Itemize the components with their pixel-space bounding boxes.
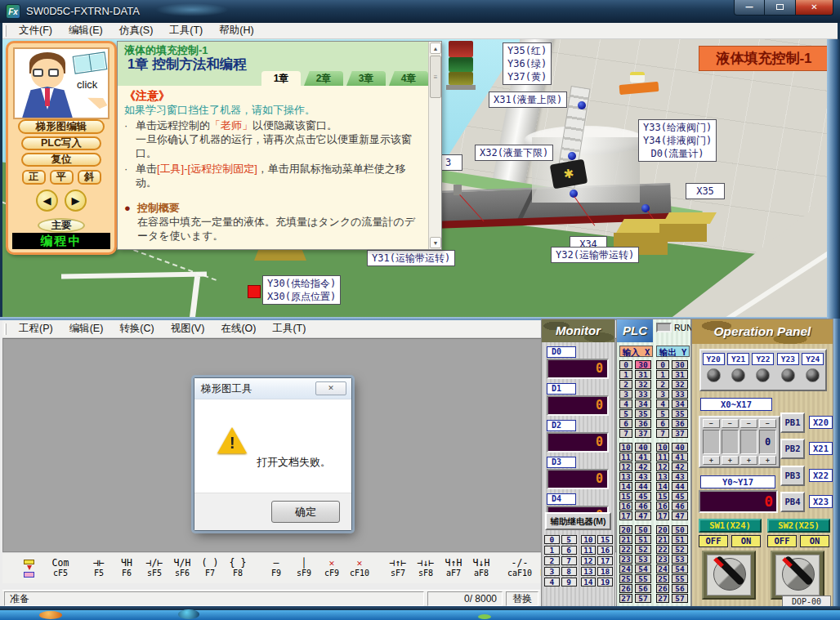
- device-cell[interactable]: 33: [635, 390, 651, 399]
- scroll-down-icon[interactable]: ▼: [430, 237, 441, 248]
- menu-item[interactable]: 编辑(E): [60, 22, 111, 39]
- device-cell[interactable]: 11: [619, 453, 632, 462]
- device-cell[interactable]: 21: [656, 535, 669, 544]
- digit-plus-button[interactable]: +: [722, 456, 739, 465]
- chapter-tab[interactable]: 3章: [346, 71, 386, 86]
- m-relay-cell[interactable]: 5: [561, 535, 577, 544]
- device-cell[interactable]: 41: [635, 453, 651, 462]
- ladder-symbol-button[interactable]: -/-caF10: [506, 555, 534, 582]
- device-cell[interactable]: 15: [656, 492, 669, 501]
- digit-plus-button[interactable]: +: [740, 456, 757, 465]
- device-cell[interactable]: 16: [656, 502, 669, 511]
- device-cell[interactable]: 51: [635, 535, 651, 544]
- ladder-symbol-button[interactable]: ✕cF10: [346, 555, 373, 582]
- maximize-button[interactable]: [765, 0, 795, 16]
- m-relay-cell[interactable]: 17: [597, 556, 613, 565]
- m-relay-cell[interactable]: 16: [597, 546, 613, 555]
- device-cell[interactable]: 10: [619, 443, 632, 452]
- push-button[interactable]: PB4: [780, 492, 805, 512]
- push-button[interactable]: PB3: [780, 466, 805, 486]
- device-cell[interactable]: 3: [656, 390, 669, 399]
- menu-item[interactable]: 帮助(H): [211, 22, 261, 39]
- device-cell[interactable]: 46: [672, 502, 688, 511]
- sw2-rotary-switch[interactable]: [771, 551, 824, 600]
- m-relay-cell[interactable]: 19: [597, 578, 613, 587]
- m-relay-cell[interactable]: 0: [544, 535, 560, 544]
- device-cell[interactable]: 22: [656, 545, 669, 554]
- taskbar-icon[interactable]: [478, 614, 491, 619]
- m-relay-cell[interactable]: 6: [561, 546, 577, 555]
- ladder-symbol-button[interactable]: ✕cF9: [318, 555, 346, 582]
- menu-item[interactable]: 视图(V): [163, 320, 213, 337]
- device-cell[interactable]: 45: [635, 492, 651, 501]
- device-cell[interactable]: 30: [672, 360, 688, 369]
- remote-button[interactable]: 复位: [21, 153, 101, 167]
- device-cell[interactable]: 2: [656, 380, 669, 389]
- device-cell[interactable]: 11: [656, 453, 669, 462]
- device-cell[interactable]: 6: [619, 419, 632, 428]
- remote-button[interactable]: PLC写入: [21, 136, 101, 150]
- device-cell[interactable]: 16: [619, 502, 632, 511]
- device-cell[interactable]: 34: [672, 399, 688, 408]
- device-cell[interactable]: 40: [635, 443, 651, 452]
- digit-plus-button[interactable]: +: [759, 456, 776, 465]
- menu-item[interactable]: 工具(T): [161, 22, 211, 39]
- teacher-picture[interactable]: click: [13, 47, 109, 119]
- menu-item[interactable]: 工具(T): [264, 320, 314, 337]
- device-cell[interactable]: 1: [619, 370, 632, 379]
- m-relay-cell[interactable]: 14: [581, 578, 596, 587]
- ladder-symbol-button[interactable]: │sF9: [290, 555, 318, 582]
- toolbar-grip[interactable]: [4, 323, 7, 335]
- scroll-thumb[interactable]: ≡: [430, 56, 441, 98]
- close-button[interactable]: ✕: [795, 0, 833, 16]
- digit-plus-button[interactable]: +: [703, 456, 720, 465]
- device-cell[interactable]: 55: [635, 574, 651, 583]
- menu-item[interactable]: 编辑(E): [61, 320, 112, 337]
- device-cell[interactable]: 56: [635, 584, 651, 593]
- device-cell[interactable]: 6: [656, 419, 669, 428]
- ladder-symbol-button[interactable]: { }F8: [224, 555, 252, 582]
- device-cell[interactable]: 53: [635, 555, 651, 564]
- ladder-symbol-button[interactable]: Ч/НsF6: [168, 555, 196, 582]
- device-cell[interactable]: 27: [656, 594, 669, 603]
- device-cell[interactable]: 53: [672, 555, 688, 564]
- device-cell[interactable]: 10: [656, 443, 669, 452]
- ladder-symbol-button[interactable]: ЧНF6: [113, 555, 141, 582]
- remote-tri-button[interactable]: 正: [22, 170, 46, 185]
- chapter-tab[interactable]: 2章: [304, 71, 343, 86]
- device-cell[interactable]: 25: [619, 574, 632, 583]
- ladder-palette-icon[interactable]: [24, 559, 35, 578]
- m-relay-cell[interactable]: 3: [544, 567, 560, 576]
- ladder-symbol-button[interactable]: ( )F7: [196, 555, 224, 582]
- m-relay-cell[interactable]: 1: [544, 546, 560, 555]
- ladder-symbol-button[interactable]: Ч↓НaF8: [467, 555, 495, 582]
- chapter-tab[interactable]: 4章: [389, 71, 428, 86]
- device-cell[interactable]: 36: [672, 419, 688, 428]
- remote-button[interactable]: 梯形图编辑: [18, 119, 105, 134]
- minimize-button[interactable]: —: [734, 0, 765, 16]
- device-cell[interactable]: 45: [672, 492, 688, 501]
- menu-item[interactable]: 工程(P): [11, 320, 61, 337]
- m-relay-cell[interactable]: 12: [581, 556, 596, 565]
- sw1-rotary-switch[interactable]: [702, 551, 756, 600]
- device-cell[interactable]: 40: [672, 443, 688, 452]
- m-relay-cell[interactable]: 10: [581, 535, 596, 544]
- device-cell[interactable]: 33: [672, 390, 688, 399]
- ladder-symbol-button[interactable]: —F9: [262, 555, 290, 582]
- ladder-symbol-button[interactable]: ⊣↓⊢sF8: [412, 555, 440, 582]
- device-cell[interactable]: 14: [619, 482, 632, 491]
- device-cell[interactable]: 44: [672, 482, 688, 491]
- chapter-tab[interactable]: 1章: [261, 71, 301, 86]
- device-cell[interactable]: 35: [635, 409, 651, 418]
- device-cell[interactable]: 13: [656, 472, 669, 481]
- next-button[interactable]: ▶: [65, 190, 87, 212]
- push-button[interactable]: PB1: [780, 413, 805, 433]
- device-cell[interactable]: 17: [619, 511, 632, 520]
- device-cell[interactable]: 54: [635, 564, 651, 573]
- device-cell[interactable]: 7: [619, 429, 632, 438]
- device-cell[interactable]: 26: [656, 584, 669, 593]
- device-cell[interactable]: 42: [672, 462, 688, 471]
- ladder-symbol-button[interactable]: ⊣↑⊢sF7: [384, 555, 412, 582]
- device-cell[interactable]: 2: [619, 380, 632, 389]
- m-relay-cell[interactable]: 11: [581, 546, 596, 555]
